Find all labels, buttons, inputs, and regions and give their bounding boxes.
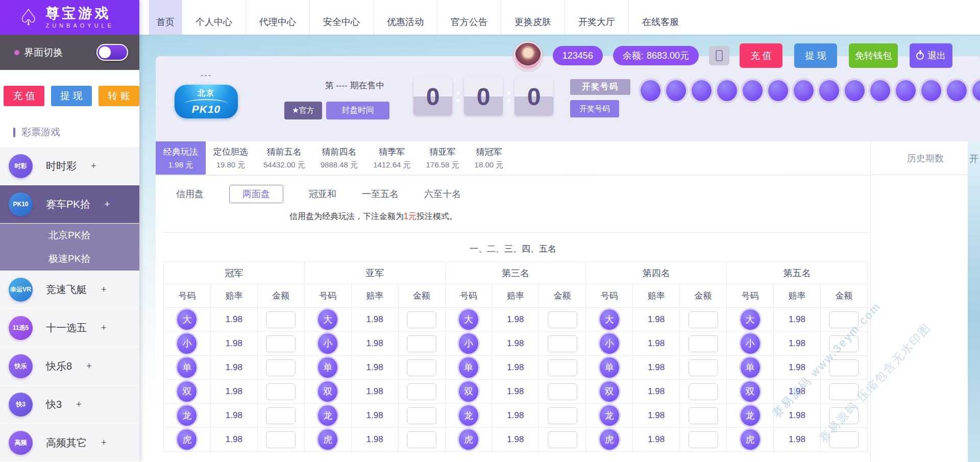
bet-amount-input[interactable] [266,311,296,328]
bet-number-ball[interactable]: 虎 [459,429,478,450]
bet-amount-input[interactable] [407,431,436,448]
bet-amount-input[interactable] [689,311,718,328]
bet-number-ball[interactable]: 龙 [741,405,760,426]
bet-amount-input[interactable] [829,383,859,400]
bet-amount-input[interactable] [266,359,296,376]
sidebar-wallet-button-0[interactable]: 充 值 [4,86,44,106]
bet-number-ball[interactable]: 小 [459,333,478,354]
bet-amount-input[interactable] [407,335,436,352]
bet-number-ball[interactable]: 龙 [177,405,197,426]
bet-number-ball[interactable]: 虎 [741,429,760,450]
submenu-item-1-1[interactable]: 极速PK拾 [0,247,139,271]
bet-amount-input[interactable] [266,407,296,424]
nav-item-5[interactable]: 官方公告 [437,0,501,35]
submenu-item-1-0[interactable]: 北京PK拾 [0,224,139,247]
nav-item-1[interactable]: 个人中心 [182,0,246,35]
nav-item-2[interactable]: 代理中心 [246,0,309,35]
bet-number-ball[interactable]: 双 [741,381,760,402]
bet-number-ball[interactable]: 大 [600,309,619,330]
bet-number-ball[interactable]: 单 [600,357,619,378]
play-tab-0[interactable]: 经典玩法 1.98 元 [156,141,206,175]
bet-amount-input[interactable] [266,335,296,352]
bet-number-ball[interactable]: 小 [318,333,337,354]
bet-amount-input[interactable] [689,431,718,448]
bet-number-ball[interactable]: 小 [177,333,197,354]
draw-number-button[interactable]: 开奖号码 [570,100,619,117]
subtab-3[interactable]: 一至五名 [362,188,399,200]
bet-number-ball[interactable]: 小 [741,333,760,354]
nav-item-4[interactable]: 优惠活动 [373,0,437,35]
sidebar-item-0[interactable]: 时彩 时时彩 + [0,147,139,185]
bet-number-ball[interactable]: 大 [459,309,478,330]
subtab-4[interactable]: 六至十名 [424,188,461,200]
sidebar-wallet-button-2[interactable]: 转 账 [99,86,139,106]
bet-amount-input[interactable] [266,383,296,400]
avatar[interactable] [513,41,543,70]
bet-number-ball[interactable]: 虎 [600,429,619,450]
bet-number-ball[interactable]: 双 [600,381,619,402]
bet-number-ball[interactable]: 小 [600,333,619,354]
bet-amount-input[interactable] [829,359,859,376]
refresh-balance-button[interactable] [709,46,729,65]
bet-amount-input[interactable] [689,407,718,424]
play-tab-1[interactable]: 定位胆选 19.80 元 [206,141,256,175]
bet-amount-input[interactable] [829,335,859,352]
bet-amount-input[interactable] [829,431,859,448]
ui-switch-toggle[interactable] [96,44,128,61]
username-pill[interactable]: 123456 [553,46,603,65]
bet-number-ball[interactable]: 龙 [459,405,478,426]
bet-number-ball[interactable]: 单 [318,357,337,378]
bet-amount-input[interactable] [407,407,436,424]
bet-amount-input[interactable] [548,431,577,448]
bet-amount-input[interactable] [548,311,577,328]
play-tab-4[interactable]: 猜季军 1412.64 元 [365,141,418,175]
sidebar-wallet-button-1[interactable]: 提 现 [51,86,92,106]
bet-number-ball[interactable]: 虎 [318,429,337,450]
bet-number-ball[interactable]: 大 [741,309,760,330]
bet-number-ball[interactable]: 龙 [318,405,337,426]
subtab-0[interactable]: 信用盘 [176,188,204,200]
bet-number-ball[interactable]: 双 [177,381,197,402]
user-action-3[interactable]: 退出 [910,43,952,68]
bet-amount-input[interactable] [829,407,859,424]
sidebar-item-5[interactable]: 快3 快3 + [0,385,139,424]
bet-amount-input[interactable] [548,407,577,424]
bet-amount-input[interactable] [407,383,436,400]
user-action-1[interactable]: 提 现 [794,43,837,68]
subtab-1[interactable]: 两面盘 [229,185,283,203]
nav-item-0[interactable]: 首页 [149,0,182,35]
bet-number-ball[interactable]: 大 [318,309,337,330]
play-tab-3[interactable]: 猜前四名 9888.48 元 [313,141,365,175]
play-tab-6[interactable]: 猜冠军 18.00 元 [467,141,511,175]
bet-number-ball[interactable]: 双 [318,381,337,402]
bet-amount-input[interactable] [829,311,859,328]
bet-amount-input[interactable] [548,335,577,352]
nav-item-6[interactable]: 更换皮肤 [501,0,565,35]
official-button[interactable]: ★官方 [284,102,322,119]
sidebar-item-2[interactable]: 幸运VR 竞速飞艇 + [0,271,139,309]
bet-number-ball[interactable]: 单 [177,357,197,378]
history-header[interactable]: 历史期数 [871,141,980,175]
bet-amount-input[interactable] [407,311,436,328]
bet-amount-input[interactable] [266,431,296,448]
bet-number-ball[interactable]: 龙 [600,405,619,426]
sidebar-item-3[interactable]: 11选5 十一选五 + [0,309,139,347]
bet-number-ball[interactable]: 虎 [177,429,197,450]
bet-number-ball[interactable]: 双 [459,381,478,402]
nav-item-7[interactable]: 开奖大厅 [565,0,628,35]
nav-item-8[interactable]: 在线客服 [628,0,692,35]
sidebar-item-6[interactable]: 高频 高频其它 + [0,424,139,462]
bet-amount-input[interactable] [407,359,436,376]
user-action-2[interactable]: 免转钱包 [849,43,898,68]
subtab-2[interactable]: 冠亚和 [309,188,336,200]
bet-amount-input[interactable] [548,383,577,400]
bet-amount-input[interactable] [689,359,718,376]
user-action-0[interactable]: 充 值 [740,43,782,68]
bet-number-ball[interactable]: 大 [177,309,197,330]
bet-number-ball[interactable]: 单 [741,357,760,378]
bet-amount-input[interactable] [689,383,718,400]
sidebar-item-1[interactable]: PK10 赛车PK拾 + [0,185,139,224]
seal-time-button[interactable]: 封盘时间 [326,102,389,119]
bet-number-ball[interactable]: 单 [459,357,478,378]
play-tab-5[interactable]: 猜亚军 176.58 元 [419,141,467,175]
